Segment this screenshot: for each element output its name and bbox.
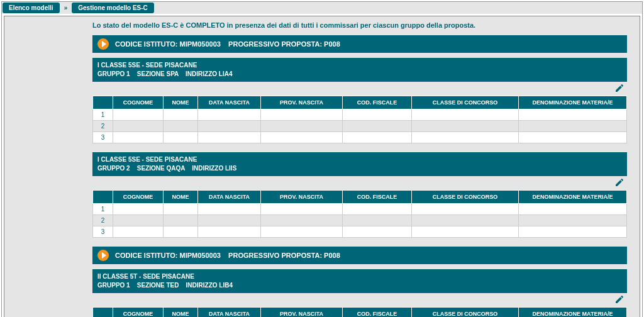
table-row: 3 — [93, 132, 627, 143]
group-header: I CLASSE 5SE - SEDE PISACANE GRUPPO 2 SE… — [92, 152, 627, 176]
col-classe-concorso: CLASSE DI CONCORSO — [412, 191, 519, 204]
breadcrumb-item-elenco[interactable]: Elenco modelli — [3, 3, 60, 13]
table-row: 1 — [93, 109, 627, 121]
breadcrumb-arrow-icon: » — [62, 4, 70, 11]
row-num: 3 — [93, 132, 113, 143]
table-row: 3 — [93, 226, 627, 238]
row-num: 2 — [93, 215, 113, 226]
col-nome: NOME — [164, 96, 198, 109]
group-header-line1: I CLASSE 5SE - SEDE PISACANE — [97, 61, 622, 70]
row-num: 1 — [93, 109, 113, 121]
group-header-line2: GRUPPO 1 SEZIONE SPA INDIRIZZO LIA4 — [97, 70, 622, 79]
edit-icon[interactable] — [614, 294, 625, 304]
col-prov-nascita: PROV. NASCITA — [261, 308, 343, 318]
col-denominazione: DENOMINAZIONE MATERIA/E — [519, 191, 627, 204]
group-header-line1: I CLASSE 5SE - SEDE PISACANE — [97, 155, 622, 164]
col-cod-fiscale: COD. FISCALE — [343, 308, 412, 318]
col-cognome: COGNOME — [113, 308, 164, 318]
commissari-table: COGNOME NOME DATA NASCITA PROV. NASCITA … — [92, 307, 627, 317]
play-icon[interactable] — [97, 250, 109, 261]
edit-icon[interactable] — [614, 83, 625, 93]
col-blank — [93, 308, 113, 318]
col-denominazione: DENOMINAZIONE MATERIA/E — [519, 308, 627, 318]
group-header-line1: II CLASSE 5T - SEDE PISACANE — [97, 272, 622, 281]
group-header: I CLASSE 5SE - SEDE PISACANE GRUPPO 1 SE… — [92, 58, 627, 82]
col-cod-fiscale: COD. FISCALE — [343, 191, 412, 204]
row-num: 3 — [93, 226, 113, 238]
status-message: Lo stato del modello ES-C è COMPLETO in … — [92, 21, 633, 29]
commissari-table: COGNOME NOME DATA NASCITA PROV. NASCITA … — [92, 190, 627, 238]
col-nome: NOME — [164, 191, 198, 204]
col-data-nascita: DATA NASCITA — [198, 96, 261, 109]
col-data-nascita: DATA NASCITA — [198, 308, 261, 318]
table-row: 1 — [93, 204, 627, 215]
breadcrumb: Elenco modelli » Gestione modello ES-C — [2, 2, 642, 14]
col-classe-concorso: CLASSE DI CONCORSO — [412, 96, 519, 109]
col-prov-nascita: PROV. NASCITA — [261, 191, 343, 204]
proposal-header-text: CODICE ISTITUTO: MIPM050003 PROGRESSIVO … — [115, 40, 340, 48]
edit-icon[interactable] — [614, 177, 625, 187]
col-denominazione: DENOMINAZIONE MATERIA/E — [519, 96, 627, 109]
col-nome: NOME — [164, 308, 198, 318]
group-header: II CLASSE 5T - SEDE PISACANE GRUPPO 1 SE… — [92, 269, 627, 293]
group-header-line2: GRUPPO 2 SEZIONE QAQA INDIRIZZO LIIS — [97, 164, 622, 173]
col-prov-nascita: PROV. NASCITA — [261, 96, 343, 109]
proposal-header: CODICE ISTITUTO: MIPM050003 PROGRESSIVO … — [92, 247, 627, 264]
row-num: 1 — [93, 204, 113, 215]
row-num: 2 — [93, 121, 113, 132]
table-row: 2 — [93, 215, 627, 226]
col-cognome: COGNOME — [113, 96, 164, 109]
col-classe-concorso: CLASSE DI CONCORSO — [412, 308, 519, 318]
play-icon[interactable] — [97, 38, 109, 50]
col-blank — [93, 191, 113, 204]
col-cognome: COGNOME — [113, 191, 164, 204]
group-header-line2: GRUPPO 1 SEZIONE TED INDIRIZZO LIB4 — [97, 281, 622, 290]
breadcrumb-item-gestione[interactable]: Gestione modello ES-C — [72, 3, 154, 13]
commissari-table: COGNOME NOME DATA NASCITA PROV. NASCITA … — [92, 96, 627, 143]
table-row: 2 — [93, 121, 627, 132]
proposal-header: CODICE ISTITUTO: MIPM050003 PROGRESSIVO … — [92, 35, 627, 53]
col-blank — [93, 96, 113, 109]
col-cod-fiscale: COD. FISCALE — [343, 96, 412, 109]
proposal-header-text: CODICE ISTITUTO: MIPM050003 PROGRESSIVO … — [115, 252, 340, 259]
col-data-nascita: DATA NASCITA — [198, 191, 261, 204]
